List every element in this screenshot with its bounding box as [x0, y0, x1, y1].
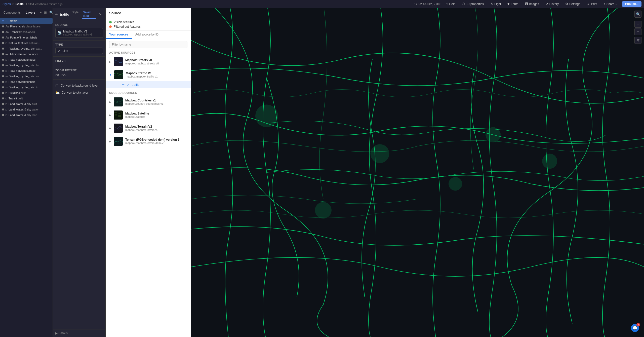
group-icon[interactable]: ⊞ [43, 10, 48, 15]
source-section-label: Source [55, 23, 103, 26]
source-selector-button[interactable]: 📡 Mapbox Traffic V1 mapbox.mapbox-traffi… [55, 28, 103, 38]
pencil-header-icon: ✏ [55, 12, 58, 16]
expand-terrain-btn[interactable]: ▶ [109, 127, 111, 130]
tab-select-data[interactable]: Select data [82, 10, 96, 19]
search-map-icon[interactable]: 🔍 [634, 11, 641, 18]
expand-traffic-btn[interactable]: ▼ [109, 73, 112, 76]
layer-item-walking2[interactable]: — Walking, cycling, etc. ba... [0, 62, 53, 68]
svg-rect-2 [114, 97, 123, 106]
expand-streets-btn[interactable]: ▶ [109, 60, 111, 63]
layer-traffic-menu[interactable]: ⋮ [47, 19, 51, 23]
source-sub-line-icon: ⟋ [127, 83, 130, 87]
tab-your-sources[interactable]: Your sources [106, 31, 132, 39]
chevron-right-icon: › [100, 31, 101, 34]
layer-item-transit-labels[interactable]: Aa Transit transit-labels [0, 29, 53, 35]
layer-item-tunnels[interactable]: □ Road network tunnels [0, 79, 53, 85]
filtered-label: Filtered out features [114, 25, 141, 28]
layer-tunnels-name: Road network tunnels [9, 80, 51, 83]
layer-walk4-name: Walking, cycling, etc. tu... [10, 86, 51, 89]
layer-lws-land-name: Land, water, & sky land [9, 114, 51, 117]
map-area[interactable]: + − ▽ 🔍 💬 3 [191, 8, 644, 337]
layer-dot [2, 97, 4, 99]
layer-transit-built-name: Transit built [9, 97, 51, 100]
source-sub-traffic[interactable]: ✏ ⟋ traffic [106, 81, 191, 88]
layer-item-traffic[interactable]: ✏ ⟋ traffic ⋮ [0, 18, 53, 24]
zoom-in-button[interactable]: + [634, 21, 641, 28]
layer-item-buildings[interactable]: □ Buildings built [0, 90, 53, 96]
share-icon: ↑ [604, 2, 606, 6]
source-item-terrain-dem[interactable]: ▶ Terrain (RGB-encoded dem) version 1 ma… [106, 135, 191, 148]
doc-name[interactable]: Basic [16, 2, 24, 6]
layer-item-lws-built[interactable]: □ Land, water, & sky built [0, 101, 53, 107]
source-id: mapbox.mapbox-traffic-v1 [63, 33, 92, 36]
expand-satellite-btn[interactable]: ▶ [109, 114, 111, 117]
svg-rect-1 [114, 70, 123, 79]
tab-add-by-id[interactable]: Add source by ID [132, 31, 162, 39]
source-item-terrain[interactable]: ▶ Mapbox Terrain V2 mapbox.mapbox-terrai… [106, 122, 191, 135]
convert-sky-button[interactable]: ⛅ Convert to sky layer [55, 89, 103, 96]
source-thumb-satellite [114, 110, 123, 120]
svg-point-14 [542, 154, 557, 169]
tab-style[interactable]: Style [70, 10, 80, 19]
layer-item-admin[interactable]: — Administrative bounder... [0, 51, 53, 57]
settings-button[interactable]: ⚙ Settings [564, 2, 582, 6]
zoom-out-button[interactable]: − [634, 28, 641, 35]
filter-section-label: Filter [55, 59, 103, 62]
layer-item-walking4[interactable]: — Walking, cycling, etc. tu... [0, 85, 53, 90]
layer-item-place-labels[interactable]: Aa Place labels place-labels [0, 24, 53, 29]
source-panel-title: Source [109, 11, 187, 15]
share-button[interactable]: ↑ Share... [602, 2, 619, 6]
source-section: Source 📡 Mapbox Traffic V1 mapbox.mapbox… [53, 21, 105, 41]
compass-button[interactable]: ▽ [634, 37, 641, 44]
layer-lws-land-icon: □ [6, 114, 7, 117]
layer-admin-name: Administrative bounder... [10, 53, 51, 56]
layer-dot [2, 103, 4, 105]
publish-button[interactable]: Publish... [622, 1, 641, 7]
source-search-input[interactable] [109, 41, 187, 48]
layer-item-lws-land[interactable]: □ Land, water, & sky land [0, 112, 53, 118]
source-item-countries[interactable]: ▶ Mapbox Countries v1 mapbox.country-bou… [106, 95, 191, 108]
3d-properties-button[interactable]: ⬡ 3D properties [460, 2, 485, 6]
layer-bridges-icon: □ [6, 58, 7, 61]
expand-countries-btn[interactable]: ▶ [109, 101, 111, 103]
layer-item-bridges[interactable]: □ Road network bridges [0, 57, 53, 62]
layer-traffic-name: traffic [10, 19, 46, 22]
source-tabs: Your sources Add source by ID [106, 31, 191, 39]
brand-link[interactable]: Styles [3, 2, 11, 6]
expand-terrain-dem-btn[interactable]: ▶ [109, 140, 111, 143]
map-search-button[interactable]: 🔍 [634, 11, 641, 18]
layer-item-surface[interactable]: □ Road network surface [0, 68, 53, 73]
history-button[interactable]: ⟳ History [544, 2, 560, 6]
help-button[interactable]: ? Help [445, 2, 457, 6]
layer-traffic-icon: ⟋ [6, 19, 9, 22]
layer-item-natural[interactable]: □ Natural features natural... [0, 40, 53, 46]
fonts-button[interactable]: 𝐓 Fonts [506, 2, 520, 7]
tab-components[interactable]: Components [2, 10, 22, 15]
layer-item-walking3[interactable]: — Walking, cycling, etc. su... [0, 73, 53, 79]
source-item-streets[interactable]: ▶ Mapbox Streets v8 mapbox.mapbox-street… [106, 55, 191, 68]
source-thumb-countries [114, 97, 123, 106]
layer-item-transit-built[interactable]: □ Transit built [0, 96, 53, 101]
visible-dot [109, 21, 112, 23]
convert-background-button[interactable]: ⬚ Convert to background layer [55, 82, 103, 89]
source-item-traffic[interactable]: ▼ Mapbox Traffic V1 mapbox.mapbox-traffi… [106, 68, 191, 81]
light-button[interactable]: ☀ Light [489, 2, 502, 6]
images-button[interactable]: 🖼 Images [523, 2, 540, 6]
svg-point-13 [449, 177, 462, 191]
layer-editor-title: traffic [60, 13, 69, 16]
layer-item-poi[interactable]: Aa Point of interest labels [0, 35, 53, 40]
close-editor-button[interactable]: ✕ [98, 12, 103, 17]
print-icon: 🖨 [587, 2, 590, 6]
tab-layers[interactable]: Layers [24, 10, 37, 15]
panel-tabs: Components Layers + ⊞ 🔍 👁 ⋯ 44/44 [0, 8, 53, 17]
layer-item-walking1[interactable]: — Walking, cycling, etc. wa... [0, 46, 53, 51]
notification-button[interactable]: 💬 3 [631, 324, 639, 332]
source-panel: Source Visible features Filtered out fea… [106, 8, 191, 337]
source-item-satellite[interactable]: ▶ Mapbox Satellite mapbox.satellite [106, 108, 191, 122]
layer-item-lws-water[interactable]: □ Land, water, & sky water [0, 107, 53, 112]
add-layer-icon[interactable]: + [39, 10, 43, 15]
type-selector[interactable]: ⟋ Line [55, 48, 103, 54]
print-button[interactable]: 🖨 Print [585, 2, 599, 6]
layer-walk3-icon: — [6, 75, 8, 78]
details-toggle[interactable]: ▶ Details [53, 329, 105, 337]
